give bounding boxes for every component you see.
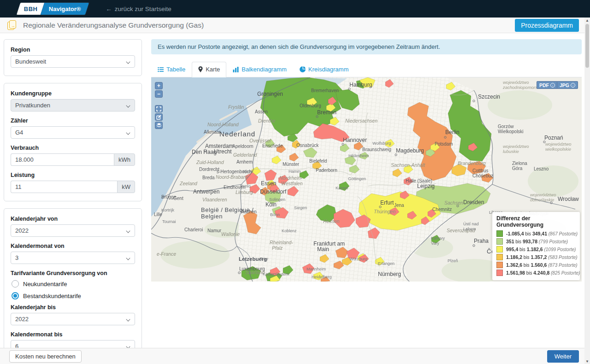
legend-item: 1.561,98 bis 4.240,8 (825 Postorte) xyxy=(496,270,576,276)
tarif-von-bestandskunden-radio[interactable]: Bestandskundentarife xyxy=(12,292,135,299)
map-label: Münster xyxy=(283,162,300,167)
legend-swatch xyxy=(496,262,503,268)
map-label: wielkopolskie xyxy=(545,147,571,152)
map-label: Praha xyxy=(474,238,489,244)
map-label: Paderborn xyxy=(316,168,337,173)
kundengruppe-select[interactable]: Privatkunden xyxy=(11,99,135,112)
draw-edit-icon[interactable] xyxy=(155,113,163,121)
tab-kreisdiagramm[interactable]: Kreisdiagramm xyxy=(293,62,355,77)
map-label: Groningen xyxy=(257,91,283,97)
process-diagram-button[interactable]: Prozessdiagramm xyxy=(515,19,579,32)
map-label: Cottbus xyxy=(472,168,488,173)
map-label: dolnośląskie xyxy=(530,197,554,202)
download-icon: ↓ xyxy=(550,83,555,88)
kalendermonat-von-select[interactable]: 3 xyxy=(11,252,135,264)
scrollbar-thumb[interactable] xyxy=(585,24,589,68)
map-legend: Differenz der Grundversorgung -1.085,4 b… xyxy=(492,212,580,280)
map-label: Würzburg xyxy=(349,257,367,261)
map-label: województwo xyxy=(545,141,572,147)
fullscreen-icon[interactable] xyxy=(155,105,163,112)
kalenderjahr-bis-select[interactable]: 2022 xyxy=(11,313,135,325)
page-title: Regionale Veränderungsanalyse Grundverso… xyxy=(23,21,204,29)
map-label: Assen xyxy=(255,109,268,114)
tab-karte[interactable]: Karte xyxy=(192,62,226,77)
legend-item: 1.362,6 bis 1.560,6 (873 Postorte) xyxy=(496,262,576,268)
layers-icon[interactable] xyxy=(155,122,163,129)
main-content: Es werden nur Postorte angezeigt, an den… xyxy=(151,39,582,282)
legend-label: 995,4 bis 1.182,6 (1099 Postorte) xyxy=(506,247,576,252)
map-label: Belgien xyxy=(201,213,223,220)
tab-balkendiagramm[interactable]: Balkendiagramm xyxy=(226,62,293,77)
map-label: Wallonie xyxy=(221,231,240,237)
map-label: Zielona xyxy=(512,161,527,166)
map-label: Leipzig xyxy=(417,183,435,189)
map-label: Hamburg xyxy=(349,82,372,88)
tarif-von-neukunden-radio[interactable]: Neukundentarife xyxy=(12,280,135,288)
zoom-out-button[interactable]: − xyxy=(155,90,163,98)
map-label: Utrecht xyxy=(214,148,232,155)
leistung-input[interactable] xyxy=(11,181,117,193)
map-label: Oldenburg xyxy=(300,103,321,108)
map-label: Trier xyxy=(260,257,268,261)
zoom-in-button[interactable]: + xyxy=(155,82,163,89)
legend-swatch xyxy=(496,270,503,276)
map-label: Chemnitz xyxy=(432,207,452,212)
map-label: Wielkopolski xyxy=(498,129,524,134)
chevron-down-icon xyxy=(126,130,130,135)
map-label: Magdeburg xyxy=(396,147,424,154)
map-label: Koblenz xyxy=(282,229,297,233)
kundengruppe-label: Kundengruppe xyxy=(11,90,135,97)
map-label: Rheinland- xyxy=(270,240,293,245)
map-label: Vlaanderen xyxy=(202,197,227,202)
map-label: Ústí nad xyxy=(463,222,479,226)
map-label: Breda xyxy=(202,175,215,180)
back-to-start-link[interactable]: ←zurück zur Startseite xyxy=(106,6,171,12)
vertical-scrollbar[interactable]: ▲ ▼ xyxy=(584,18,590,364)
map-label: Limburg xyxy=(236,189,253,195)
next-button[interactable]: Weiter xyxy=(547,350,579,363)
map-label: Hamm xyxy=(289,169,301,174)
app-window: BBH Navigator® ←zurück zur Startseite → … xyxy=(0,0,590,364)
region-select[interactable]: Bundesweit xyxy=(11,55,135,68)
chevron-down-icon xyxy=(126,317,130,321)
zaehler-select[interactable]: G4 xyxy=(11,126,135,139)
map-label: Siegen xyxy=(294,205,307,210)
map-label: Namur xyxy=(207,228,222,233)
map-label: Kassel xyxy=(336,186,348,190)
app-logo[interactable]: BBH Navigator® xyxy=(17,3,89,15)
map-label: Kortrijk xyxy=(161,208,175,212)
map-pin-icon xyxy=(198,66,203,72)
map-label: Nederland xyxy=(219,130,255,138)
scroll-up-icon[interactable]: ▲ xyxy=(584,18,590,23)
verbrauch-label: Verbrauch xyxy=(11,145,135,151)
map-label: Vary xyxy=(431,241,439,246)
map-label: Noord-Holland xyxy=(207,122,239,127)
map-label: Köln xyxy=(266,201,277,208)
kalenderjahr-von-label: Kalenderjahr von xyxy=(11,216,135,222)
map[interactable]: NederlandBelgië / Belgique /BelgienČesko… xyxy=(151,77,582,282)
bbh-logo: BBH xyxy=(17,3,44,15)
map-label: Main xyxy=(317,246,329,252)
map-label: Alkmaar xyxy=(204,129,221,135)
legend-label: 1.186,2 bis 1.357,2 (583 Postorte) xyxy=(506,254,578,260)
map-label: Brandenburg xyxy=(458,160,486,166)
map-label: Zeeland xyxy=(179,181,198,186)
map-label: Noord-Brabant xyxy=(216,174,248,180)
export-pdf-button[interactable]: PDF↓ xyxy=(537,81,558,89)
scroll-down-icon[interactable]: ▼ xyxy=(584,358,590,364)
legend-item: -1.085,4 bis 349,41 (867 Postorte) xyxy=(496,230,576,237)
legend-title: Differenz der Grundversorgung xyxy=(496,215,576,228)
map-label: Bremerhaven xyxy=(311,88,339,93)
export-jpg-button[interactable]: JPG↓ xyxy=(557,81,578,89)
tab-tabelle[interactable]: Tabelle xyxy=(151,62,192,77)
map-label: Dresden xyxy=(463,199,484,205)
chevron-down-icon xyxy=(126,59,130,64)
map-label: Gorzów xyxy=(498,124,514,129)
navigator-logo: Navigator® xyxy=(40,3,89,15)
legend-label: -1.085,4 bis 349,41 (867 Postorte) xyxy=(506,231,578,236)
kalenderjahr-von-select[interactable]: 2022 xyxy=(11,224,135,237)
chevron-down-icon xyxy=(126,256,130,260)
verbrauch-input[interactable] xyxy=(11,153,114,166)
map-label: Szczecin xyxy=(478,94,500,100)
recalculate-button[interactable]: Kosten neu berechnen xyxy=(9,350,82,363)
